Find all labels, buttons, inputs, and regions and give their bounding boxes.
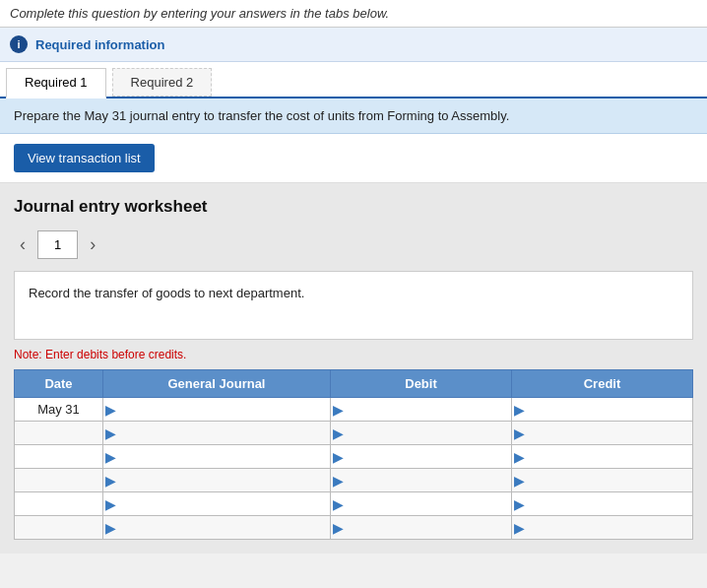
credit-input[interactable] [527,423,692,444]
expand-arrow-icon[interactable]: ▶ [103,496,118,512]
expand-arrow-icon[interactable]: ▶ [103,520,118,536]
debit-cell[interactable]: ▶ [331,445,512,469]
journal-input[interactable] [118,493,330,515]
debit-input[interactable] [346,399,511,421]
required-info-label: Required information [35,37,164,52]
prompt-bar: Prepare the May 31 journal entry to tran… [0,98,707,134]
journal-cell[interactable]: ▶ [103,469,331,492]
prompt-text: Prepare the May 31 journal entry to tran… [14,108,509,123]
debit-cell[interactable]: ▶ [331,398,512,422]
credit-cell[interactable]: ▶ [512,445,693,469]
journal-cell[interactable]: ▶ [103,398,331,422]
next-arrow[interactable]: › [84,232,101,257]
required-info-bar: i Required information [0,28,707,62]
col-debit: Debit [331,370,512,398]
journal-cell[interactable]: ▶ [103,492,331,516]
debit-cell[interactable]: ▶ [331,422,512,445]
note-warning: Note: Enter debits before credits. [14,348,693,361]
credit-cell[interactable]: ▶ [512,398,693,422]
action-bar: View transaction list [0,134,707,183]
date-cell [15,445,103,469]
credit-expand-icon[interactable]: ▶ [512,402,527,418]
journal-cell[interactable]: ▶ [103,445,331,469]
journal-cell[interactable]: ▶ [103,422,331,445]
tabs-bar: Required 1 Required 2 [0,62,707,98]
col-date: Date [15,370,103,398]
journal-input[interactable] [118,517,330,539]
top-bar: Complete this question by entering your … [0,0,707,28]
debit-cell[interactable]: ▶ [331,469,512,492]
journal-input[interactable] [118,399,330,421]
credit-cell[interactable]: ▶ [512,422,693,445]
expand-arrow-icon[interactable]: ▶ [103,425,118,441]
debit-input[interactable] [346,493,511,515]
table-row: May 31▶▶▶ [15,398,693,422]
journal-input[interactable] [118,446,330,468]
journal-input[interactable] [118,470,330,491]
note-box: Record the transfer of goods to next dep… [14,271,693,340]
debit-cell[interactable]: ▶ [331,492,512,516]
view-transaction-list-button[interactable]: View transaction list [14,144,155,172]
nav-row: ‹ 1 › [14,230,693,259]
table-row: ▶▶▶ [15,445,693,469]
debit-expand-icon[interactable]: ▶ [331,425,346,441]
date-cell [15,422,103,445]
info-icon: i [10,35,28,53]
col-journal: General Journal [103,370,331,398]
top-instruction: Complete this question by entering your … [10,6,389,21]
credit-input[interactable] [527,399,692,421]
debit-cell[interactable]: ▶ [331,516,512,540]
note-text: Record the transfer of goods to next dep… [29,286,304,300]
prev-arrow[interactable]: ‹ [14,232,32,257]
credit-input[interactable] [527,493,692,515]
credit-input[interactable] [527,446,692,468]
table-row: ▶▶▶ [15,516,693,540]
date-cell [15,516,103,540]
credit-cell[interactable]: ▶ [512,492,693,516]
debit-expand-icon[interactable]: ▶ [331,449,346,465]
date-cell [15,492,103,516]
expand-arrow-icon[interactable]: ▶ [103,473,118,489]
debit-input[interactable] [346,470,511,491]
worksheet-container: Journal entry worksheet ‹ 1 › Record the… [0,183,707,554]
credit-expand-icon[interactable]: ▶ [512,425,527,441]
tab-required-1[interactable]: Required 1 [6,68,106,98]
debit-input[interactable] [346,446,511,468]
credit-input[interactable] [527,517,692,539]
credit-expand-icon[interactable]: ▶ [512,496,527,512]
expand-arrow-icon[interactable]: ▶ [103,402,118,418]
table-row: ▶▶▶ [15,469,693,492]
credit-expand-icon[interactable]: ▶ [512,449,527,465]
journal-input[interactable] [118,423,330,444]
col-credit: Credit [512,370,693,398]
credit-cell[interactable]: ▶ [512,469,693,492]
table-row: ▶▶▶ [15,492,693,516]
page-number: 1 [37,230,78,259]
credit-expand-icon[interactable]: ▶ [512,520,527,536]
debit-expand-icon[interactable]: ▶ [331,473,346,489]
debit-input[interactable] [346,423,511,444]
expand-arrow-icon[interactable]: ▶ [103,449,118,465]
date-cell [15,469,103,492]
credit-expand-icon[interactable]: ▶ [512,473,527,489]
debit-expand-icon[interactable]: ▶ [331,496,346,512]
tab-required-2[interactable]: Required 2 [112,68,213,97]
credit-cell[interactable]: ▶ [512,516,693,540]
worksheet-title: Journal entry worksheet [14,197,693,217]
table-row: ▶▶▶ [15,422,693,445]
date-cell: May 31 [15,398,103,422]
debit-expand-icon[interactable]: ▶ [331,520,346,536]
debit-expand-icon[interactable]: ▶ [331,402,346,418]
journal-table: Date General Journal Debit Credit May 31… [14,369,693,540]
journal-cell[interactable]: ▶ [103,516,331,540]
debit-input[interactable] [346,517,511,539]
credit-input[interactable] [527,470,692,491]
